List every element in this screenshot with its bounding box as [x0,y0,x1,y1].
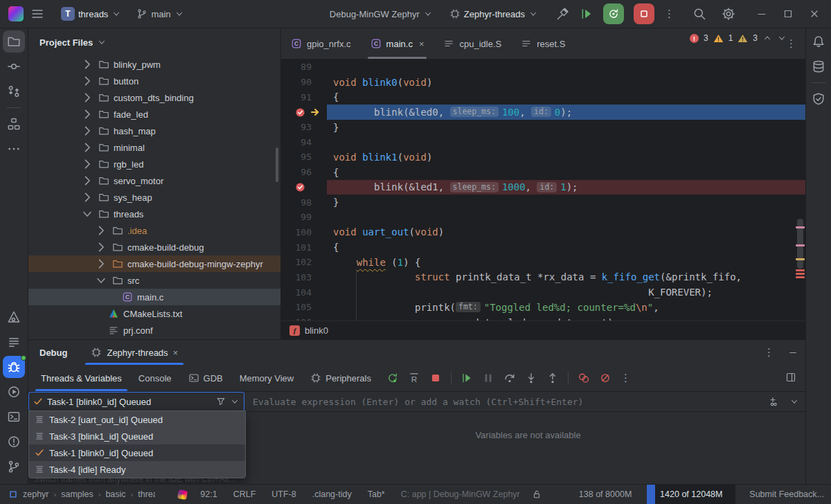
debug-continue-icon[interactable] [580,7,593,21]
panel-options-icon[interactable]: ⋮ [764,346,774,359]
tool-todo-button[interactable] [3,331,25,353]
crumb-zephyr[interactable]: zephyr [23,489,49,499]
tool-notifications-button[interactable] [807,30,830,53]
tree-item-src[interactable]: src [28,272,280,289]
tab-peripherals[interactable]: Peripherals [302,365,379,391]
debug-target-selector[interactable]: Zephyr-threads [449,8,538,19]
line-number[interactable]: 98 [281,195,327,210]
chevron-right-icon[interactable] [80,124,94,138]
tree-item-cmake-build-debug[interactable]: cmake-build-debug [28,239,280,255]
line-number[interactable]: 90 [281,75,327,90]
code-line-92[interactable]: blink(&led0, sleep_ms:100, id:0); [281,105,806,120]
tree-item-cmakelists-txt[interactable]: CMakeLists.txt [28,305,280,322]
line-number[interactable]: 99 [281,210,327,225]
close-session-icon[interactable]: × [173,348,179,358]
thread-option-4[interactable]: Task-4 [idle] Ready [29,461,245,478]
line-number[interactable]: 103 [281,270,327,285]
tab-main-c[interactable]: C main.c × [361,28,434,59]
code-line-101[interactable]: 101{ [281,240,806,255]
tool-structure-button[interactable] [3,113,25,135]
layout-settings-icon[interactable] [785,372,796,383]
chevron-right-icon[interactable] [80,57,94,71]
breakpoint-icon[interactable] [295,182,305,192]
code-line-90[interactable]: 90void blink0(void) [281,75,806,90]
next-issue-icon[interactable] [777,33,787,43]
chevron-right-icon[interactable] [80,107,94,121]
tool-project-button[interactable] [3,30,25,53]
tree-item-rgb-led[interactable]: rgb_led [28,156,280,172]
code-line-105[interactable]: 105 printk(fmt:"Toggled led%d; counter=%… [281,300,806,315]
tree-item-threads[interactable]: threads [28,206,280,222]
combo-expand-icon[interactable] [230,397,240,406]
code-line-98[interactable]: 98} [281,195,806,210]
line-number[interactable]: 102 [281,255,327,270]
submit-feedback-link[interactable]: Submit Feedback... [749,489,824,499]
line-number[interactable] [281,105,327,120]
restart-debug-button[interactable] [603,3,624,24]
tree-item-cmake-build-debug-mingw-zephyr[interactable]: cmake-build-debug-mingw-zephyr [28,255,280,272]
chevron-right-icon[interactable] [94,257,108,271]
code-area[interactable]: 8990void blink0(void)91{ blink(&led0, sl… [281,60,806,321]
code-line-94[interactable]: 94 [281,134,806,150]
line-number[interactable]: 95 [281,150,327,165]
filter-icon[interactable] [216,397,226,406]
code-line-99[interactable]: 99 [281,210,806,225]
hide-panel-icon[interactable] [788,348,798,357]
chevron-down-icon[interactable] [80,207,94,221]
chevron-right-icon[interactable] [94,240,108,254]
tab-cpu-idle[interactable]: cpu_idle.S [434,28,511,59]
tool-git-button[interactable] [3,456,25,478]
tree-item-blinky-pwm[interactable]: blinky_pwm [28,56,280,73]
tab-reset[interactable]: reset.S [511,28,575,59]
tree-item-sys-heap[interactable]: sys_heap [28,189,280,206]
crumb-samples[interactable]: samples [61,489,93,499]
active-config[interactable]: C: app | Debug-MinGW Zephyr [401,489,520,499]
tab-gpio-nrfx[interactable]: C gpio_nrfx.c [281,28,361,59]
project-widget[interactable]: T threads [61,7,121,21]
code-line-103[interactable]: 103 struct printk_data_t *rx_data = k_fi… [281,270,806,285]
breakpoint-icon[interactable] [295,107,305,118]
tool-cmake-button[interactable] [3,306,25,328]
encoding[interactable]: UTF-8 [271,489,296,499]
line-number[interactable] [281,180,327,195]
settings-icon[interactable] [722,7,735,21]
crumb-threads[interactable]: threads [138,489,155,499]
tree-item-hash-map[interactable]: hash_map [28,123,280,139]
thread-option-2[interactable]: Task-3 [blink1_id] Queued [29,428,245,444]
window-maximize-icon[interactable] [783,8,794,19]
search-icon[interactable] [692,7,706,21]
step-over-icon[interactable] [503,372,516,384]
tool-commit-button[interactable] [3,55,25,78]
chevron-right-icon[interactable] [80,157,94,171]
more-actions-icon[interactable]: ⋮ [664,8,674,20]
indent-status[interactable]: Tab* [368,489,385,499]
run-config-selector[interactable]: Debug-MinGW Zephyr [330,9,433,19]
tree-item-minimal[interactable]: minimal [28,139,280,156]
line-number[interactable]: 100 [281,225,327,240]
prev-issue-icon[interactable] [762,33,772,43]
chevron-right-icon[interactable] [80,74,94,88]
tool-run-button[interactable] [3,381,25,403]
pause-icon[interactable] [482,372,494,384]
code-line-93[interactable]: 93} [281,120,806,135]
mute-breakpoints-icon[interactable] [599,372,611,384]
thread-option-3[interactable]: Task-1 [blink0_id] Queued [29,444,245,461]
caret-position[interactable]: 92:1 [200,489,217,499]
thread-option-1[interactable]: Task-2 [uart_out_id] Queued [29,411,245,428]
editor-breadcrumb[interactable]: f blink0 [281,321,806,339]
tool-terminal-button[interactable] [3,406,25,428]
code-line-91[interactable]: 91{ [281,89,806,105]
tab-memory-view[interactable]: Memory View [231,365,303,391]
line-number[interactable]: 105 [281,300,327,315]
line-number[interactable]: 104 [281,285,327,300]
debug-more-icon[interactable]: ⋮ [620,372,631,384]
tab-options-icon[interactable]: ⋮ [786,37,796,50]
line-ending[interactable]: CRLF [233,489,256,499]
tab-threads-variables[interactable]: Threads & Variables [33,365,130,391]
project-scrollbar[interactable] [276,147,278,182]
line-number[interactable]: 89 [281,60,327,75]
evaluate-input[interactable] [251,396,759,408]
tool-vcs-button[interactable] [3,80,25,102]
code-line-104[interactable]: 104 K_FOREVER); [281,285,806,300]
tab-console[interactable]: Console [130,365,180,391]
